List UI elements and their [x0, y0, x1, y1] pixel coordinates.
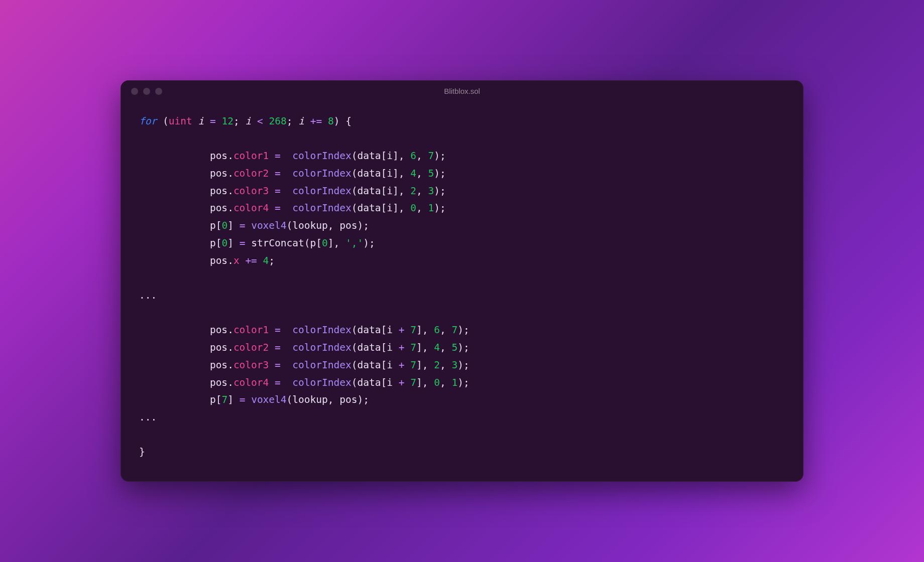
func-colorIndex: colorIndex: [292, 324, 351, 336]
keyword-uint: uint: [169, 115, 192, 127]
semi: ;: [440, 168, 446, 179]
func-colorIndex: colorIndex: [292, 150, 351, 162]
bracket: [: [381, 324, 387, 336]
bracket: ]: [328, 237, 334, 249]
dot: .: [227, 324, 234, 336]
func-voxel4: voxel4: [251, 394, 286, 405]
maximize-icon[interactable]: [155, 88, 162, 95]
string-comma: ',': [345, 237, 363, 249]
paren: (: [352, 377, 358, 388]
var-p: p: [210, 394, 216, 405]
func-colorIndex: colorIndex: [292, 185, 351, 197]
op-eq: =: [275, 168, 281, 179]
bracket: [: [316, 237, 322, 249]
comma: ,: [416, 150, 422, 162]
bracket: ]: [227, 394, 234, 405]
comma: ,: [334, 237, 340, 249]
minimize-icon[interactable]: [143, 88, 150, 95]
window-title: Blitblox.sol: [444, 87, 480, 95]
op-eq: =: [210, 115, 216, 127]
semi: ;: [464, 342, 470, 353]
num-1: 1: [428, 202, 434, 214]
semi: ;: [464, 377, 470, 388]
op-pluseq: +=: [245, 255, 257, 266]
comma: ,: [440, 377, 446, 388]
var-pos: pos: [210, 324, 227, 336]
var-data: data: [357, 359, 381, 371]
paren: (: [352, 185, 358, 197]
var-pos: pos: [210, 359, 227, 371]
member-color4: color4: [234, 377, 269, 388]
paren: ): [457, 359, 464, 371]
comma: ,: [399, 168, 405, 179]
comma: ,: [399, 202, 405, 214]
func-strConcat: strConcat: [251, 237, 304, 249]
comma: ,: [399, 150, 405, 162]
dot: .: [227, 168, 234, 179]
member-color1: color1: [234, 150, 269, 162]
num-7: 7: [410, 359, 416, 371]
member-color1: color1: [234, 324, 269, 336]
num-7: 7: [428, 150, 434, 162]
bracket: ]: [393, 185, 399, 197]
member-color2: color2: [234, 168, 269, 179]
bracket: ]: [416, 342, 422, 353]
num-6: 6: [410, 150, 416, 162]
var-p: p: [210, 220, 216, 231]
num-7: 7: [410, 377, 416, 388]
bracket: [: [381, 185, 387, 197]
paren: ): [457, 377, 464, 388]
code-view: for (uint i = 12; i < 268; i += 8) { pos…: [121, 98, 803, 481]
var-data: data: [357, 377, 381, 388]
brace: {: [345, 115, 352, 127]
comma: ,: [416, 202, 422, 214]
op-eq: =: [275, 185, 281, 197]
dot: .: [227, 255, 234, 266]
var-lookup: lookup: [292, 394, 327, 405]
var-pos: pos: [210, 202, 227, 214]
op-eq: =: [275, 202, 281, 214]
num-0: 0: [434, 377, 440, 388]
func-colorIndex: colorIndex: [292, 359, 351, 371]
paren: (: [287, 220, 293, 231]
bracket: ]: [393, 202, 399, 214]
op-eq: =: [240, 394, 246, 405]
semi: ;: [464, 359, 470, 371]
bracket: [: [381, 342, 387, 353]
var-pos: pos: [210, 255, 227, 266]
paren: ): [457, 324, 464, 336]
op-lt: <: [257, 115, 263, 127]
var-i: i: [387, 168, 393, 179]
paren: ): [358, 394, 364, 405]
bracket: ]: [227, 237, 234, 249]
bracket: ]: [393, 168, 399, 179]
semi: ;: [269, 255, 275, 266]
close-icon[interactable]: [131, 88, 138, 95]
var-pos: pos: [210, 168, 227, 179]
var-i: i: [387, 185, 393, 197]
var-pos: pos: [210, 150, 227, 162]
expr-i-plus-7: i: [387, 359, 398, 371]
paren: (: [352, 324, 358, 336]
keyword-for: for: [139, 115, 157, 127]
bracket: [: [381, 202, 387, 214]
comma: ,: [440, 324, 446, 336]
num-0: 0: [221, 237, 227, 249]
op-plus: +: [399, 324, 405, 336]
paren: ): [434, 185, 440, 197]
num-7: 7: [410, 342, 416, 353]
semi: ;: [287, 115, 293, 127]
member-color2: color2: [234, 342, 269, 353]
bracket: ]: [227, 220, 234, 231]
num-5: 5: [428, 168, 434, 179]
op-eq: =: [240, 220, 246, 231]
num-2: 2: [410, 185, 416, 197]
num-5: 5: [451, 342, 457, 353]
expr-i-plus-7: i: [387, 324, 398, 336]
num-1: 1: [451, 377, 457, 388]
func-colorIndex: colorIndex: [292, 377, 351, 388]
num-0: 0: [410, 202, 416, 214]
num-3: 3: [451, 359, 457, 371]
paren: ): [434, 168, 440, 179]
num-0: 0: [221, 220, 227, 231]
